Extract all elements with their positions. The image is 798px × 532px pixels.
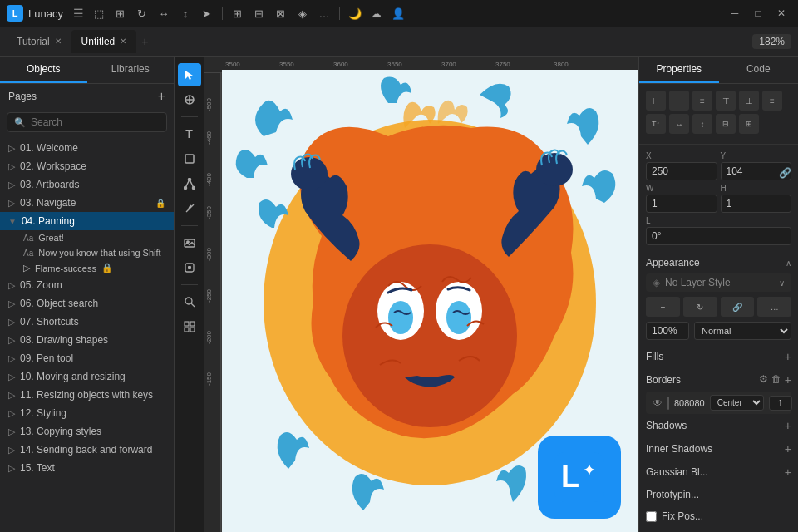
tb-arrow-icon[interactable]: ➤ — [197, 3, 217, 23]
tab-code[interactable]: Code — [719, 57, 799, 83]
gaussian-blur-add-button[interactable]: + — [785, 466, 791, 479]
rotate-style-button[interactable]: ↻ — [683, 297, 717, 317]
tb-more-icon[interactable]: … — [314, 3, 334, 23]
opacity-input[interactable] — [646, 322, 689, 340]
image-tool-button[interactable] — [178, 231, 201, 254]
x-input[interactable] — [646, 162, 717, 180]
page-item[interactable]: ▷ 03. Navigate 🔒 — [0, 194, 174, 212]
page-label: 15. Text — [20, 462, 55, 474]
tb-mask-icon[interactable]: ⊠ — [271, 3, 291, 23]
page-item[interactable]: ▷ 15. Text — [0, 459, 174, 477]
search-input[interactable] — [31, 116, 160, 128]
canvas-area[interactable]: 3500 3550 3600 3650 3700 3750 3800 -500 … — [204, 57, 638, 532]
borders-settings-icon[interactable]: ⚙ — [759, 373, 768, 387]
blend-mode-select[interactable]: Normal Multiply Screen Overlay — [694, 322, 791, 340]
page-item[interactable]: ▷ 03. Artboards — [0, 175, 174, 194]
scale-tool-button[interactable] — [178, 88, 201, 111]
align-center-h-button[interactable]: ⊣ — [669, 91, 689, 111]
link-dimensions-icon[interactable]: 🔗 — [779, 167, 791, 179]
text-transform-button[interactable]: T↑ — [646, 114, 666, 134]
fills-add-button[interactable]: + — [785, 350, 791, 363]
tb-grid2-icon[interactable]: ⊟ — [249, 3, 269, 23]
shadows-add-button[interactable]: + — [785, 419, 791, 432]
flip-v-button[interactable]: ↕ — [692, 114, 712, 134]
tb-image-icon[interactable]: ⬚ — [89, 3, 109, 23]
close-button[interactable]: ✕ — [771, 3, 791, 23]
tab-objects[interactable]: Objects — [0, 57, 87, 83]
page-item[interactable]: ▷ 05. Zoom — [0, 276, 174, 294]
align-dist-h-button[interactable]: ⊟ — [716, 114, 736, 134]
add-style-button[interactable]: + — [646, 297, 680, 317]
tb-component-icon[interactable]: ◈ — [293, 3, 313, 23]
borders-add-button[interactable]: + — [785, 373, 791, 387]
vector-tool-button[interactable] — [178, 172, 201, 195]
border-visibility-icon[interactable]: 👁 — [653, 397, 663, 409]
tb-cloud-icon[interactable]: ☁ — [367, 3, 387, 23]
border-position-select[interactable]: Center Inside Outside — [710, 395, 764, 411]
align-right-button[interactable]: ≡ — [692, 91, 712, 111]
page-item[interactable]: ▷ 07. Shortcuts — [0, 313, 174, 331]
zoom-indicator[interactable]: 182% — [752, 34, 791, 49]
tab-tutorial[interactable]: Tutorial ✕ — [7, 30, 71, 53]
grid-tool-button[interactable] — [178, 315, 201, 338]
layer-style-row[interactable]: ◈ No Layer Style ∨ — [646, 273, 791, 292]
tb-flip-v-icon[interactable]: ↕ — [175, 3, 195, 23]
page-item[interactable]: ▷ 09. Pen tool — [0, 349, 174, 367]
tab-libraries[interactable]: Libraries — [87, 57, 175, 83]
pen-tool-button[interactable] — [178, 197, 201, 220]
border-color-swatch[interactable] — [667, 397, 669, 410]
flip-h-button[interactable]: ↔ — [669, 114, 689, 134]
sub-item[interactable]: Aa Great! — [0, 230, 174, 245]
appearance-chevron-icon[interactable]: ∧ — [786, 259, 791, 268]
border-width-input[interactable] — [769, 396, 792, 411]
page-item[interactable]: ▷ 01. Welcome — [0, 139, 174, 157]
tb-user-icon[interactable]: 👤 — [388, 3, 408, 23]
tb-rotate-icon[interactable]: ↻ — [132, 3, 152, 23]
page-item[interactable]: ▷ 06. Object search — [0, 294, 174, 313]
inner-shadows-add-button[interactable]: + — [785, 442, 791, 456]
tab-properties[interactable]: Properties — [639, 57, 719, 83]
page-item[interactable]: ▷ 14. Sending back and forward — [0, 441, 174, 459]
sub-item[interactable]: Aa Now you know that using Shift — [0, 245, 174, 260]
page-item[interactable]: ▷ 13. Copying styles — [0, 422, 174, 441]
tb-dark-mode-icon[interactable]: 🌙 — [345, 3, 365, 23]
tb-grid1-icon[interactable]: ⊞ — [228, 3, 248, 23]
borders-delete-icon[interactable]: 🗑 — [771, 373, 781, 387]
page-item-panning[interactable]: ▼ 04. Panning — [0, 212, 174, 230]
fix-position-checkbox[interactable] — [646, 511, 657, 522]
rectangle-tool-button[interactable] — [178, 147, 201, 170]
page-item[interactable]: ▷ 12. Styling — [0, 404, 174, 422]
h-input[interactable] — [721, 195, 792, 213]
w-input[interactable] — [646, 195, 717, 213]
tb-crop-icon[interactable]: ⊞ — [111, 3, 131, 23]
align-dist-v-button[interactable]: ⊞ — [739, 114, 759, 134]
minimize-button[interactable]: ─ — [725, 3, 745, 23]
zoom-tool-button[interactable] — [178, 290, 201, 313]
tab-untitled[interactable]: Untitled ✕ — [71, 30, 137, 53]
page-item[interactable]: ▷ 11. Resizing objects with keys — [0, 386, 174, 404]
tab-add-button[interactable]: + — [136, 35, 153, 48]
hamburger-menu[interactable]: ☰ — [73, 7, 84, 20]
page-item[interactable]: ▷ 08. Drawing shapes — [0, 331, 174, 349]
pages-add-button[interactable]: + — [158, 89, 165, 104]
border-color-row[interactable]: 👁 808080 Center Inside Outside — [646, 392, 791, 414]
more-style-button[interactable]: … — [757, 297, 791, 317]
align-bottom-button[interactable]: ≡ — [762, 91, 782, 111]
sub-item-flame[interactable]: ▷ Flame-success 🔒 — [0, 260, 174, 276]
layer-style-chevron-icon[interactable]: ∨ — [779, 278, 785, 288]
rotation-input[interactable] — [646, 227, 791, 245]
align-top-button[interactable]: ⊤ — [716, 91, 736, 111]
tb-flip-h-icon[interactable]: ↔ — [154, 3, 174, 23]
align-left-button[interactable]: ⊢ — [646, 91, 666, 111]
maximize-button[interactable]: □ — [748, 3, 768, 23]
hotspot-tool-button[interactable] — [178, 256, 201, 279]
page-item[interactable]: ▷ 10. Moving and resizing — [0, 367, 174, 386]
tab-tutorial-close[interactable]: ✕ — [55, 37, 62, 46]
page-item[interactable]: ▷ 02. Workspace — [0, 157, 174, 175]
align-center-v-button[interactable]: ⊥ — [739, 91, 759, 111]
left-panel: Objects Libraries Pages + 🔍 ▷ 01. Welcom… — [0, 57, 175, 532]
link-style-button[interactable]: 🔗 — [721, 297, 755, 317]
text-tool-button[interactable]: T — [178, 122, 201, 145]
tab-untitled-close[interactable]: ✕ — [120, 37, 126, 46]
select-tool-button[interactable] — [178, 63, 201, 86]
